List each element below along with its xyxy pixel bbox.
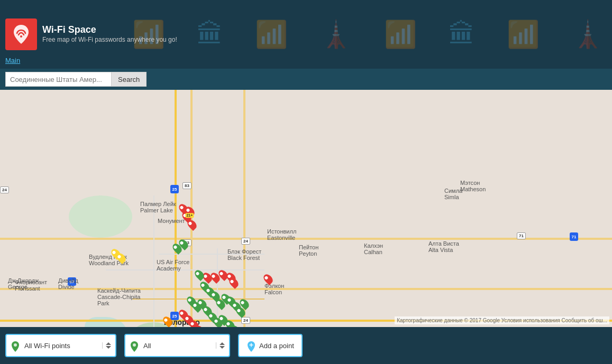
arrow-down-2: [220, 346, 225, 349]
label-alta-vista: Алта ВистаAlta Vista: [428, 240, 459, 253]
svg-point-2: [133, 343, 136, 347]
map-background: 25 25 83 83 24 67 67 24 24 94 71 94 71 7…: [0, 90, 612, 327]
label-matheson: МэтсонMatheson: [460, 180, 486, 192]
road-24-shield-2: 24: [241, 238, 250, 245]
logo-text-block: Wi-Fi Space Free map of Wi-Fi passwords …: [42, 24, 177, 44]
pin-icon-add: [246, 341, 256, 350]
bg-wifi-icon-2: 📶: [255, 21, 288, 48]
label-monument: Монумент: [158, 218, 185, 224]
map-container[interactable]: 25 25 83 83 24 67 67 24 24 94 71 94 71 7…: [0, 90, 612, 327]
park-area-1: [69, 195, 132, 238]
interstate-25-marker-2: 25: [170, 312, 179, 320]
wifi-filter-label: All Wi-Fi points: [24, 342, 98, 350]
label-simla: СимлаSimla: [444, 188, 462, 200]
road-83-shield-2: 83: [182, 182, 191, 189]
highway-67: 67: [68, 277, 76, 286]
bg-tower-icon: 🗼: [571, 21, 604, 48]
label-peyton: ПейтонPeyton: [299, 244, 318, 257]
label-calhan: КалхэнCalhan: [364, 242, 383, 255]
bg-wifi-icon-4: 📶: [507, 21, 540, 48]
map-copyright: Картографические данные © 2017 Google Ус…: [395, 316, 609, 324]
highway-71: 71: [570, 232, 578, 241]
label-palmer-lake: Палмер ЛейкPalmer Lake: [140, 201, 176, 213]
park-area-3: [85, 317, 127, 327]
search-bar: Search: [0, 69, 612, 90]
interstate-25-marker: 25: [170, 185, 179, 193]
minor-road-3: [153, 195, 154, 327]
minor-road-1: [106, 269, 264, 270]
svg-point-1: [14, 343, 17, 347]
wifi-pin-icon: [11, 24, 32, 45]
svg-point-0: [20, 35, 22, 38]
pin-icon-filter1: [11, 341, 20, 350]
app-subtitle: Free map of Wi-Fi passwords anywhere you…: [42, 35, 177, 44]
arrow-down-1: [106, 346, 111, 349]
road-71: 71: [517, 232, 526, 239]
arrow-up-1: [106, 342, 111, 345]
bg-building-icon: 🗼: [319, 21, 352, 48]
road-24-shield-3: 24: [241, 317, 250, 324]
type-filter-dropdown[interactable]: All: [124, 334, 230, 357]
road-v-2: [243, 90, 245, 327]
search-button[interactable]: Search: [111, 72, 147, 87]
app-title: Wi-Fi Space: [42, 24, 177, 35]
pin-red-falcon[interactable]: [262, 273, 275, 285]
pin-icon-filter2: [130, 341, 139, 350]
filter1-arrow: [102, 342, 111, 349]
label-cascade: Каскейд-ЧипитаCascade-ChipitaPark: [97, 287, 141, 306]
add-point-label: Add a point: [259, 342, 294, 350]
interstate-25: [175, 90, 177, 327]
arrow-up-2: [220, 342, 225, 345]
minor-road-2: [159, 254, 264, 255]
bottom-bar: All Wi-Fi points All Add a poin: [0, 327, 612, 364]
minor-road-4: [217, 248, 218, 327]
bg-wifi-icon-3: 📶: [384, 21, 417, 48]
search-input[interactable]: [5, 72, 111, 87]
logo-container: Wi-Fi Space Free map of Wi-Fi passwords …: [5, 18, 177, 50]
wifi-filter-dropdown[interactable]: All Wi-Fi points: [5, 334, 116, 357]
add-point-button[interactable]: Add a point: [238, 334, 303, 357]
filter2-arrow: [216, 342, 225, 349]
road-24-shield: 24: [0, 186, 9, 193]
road-h-2: [0, 288, 612, 290]
main-nav-link[interactable]: Main: [5, 57, 20, 64]
app-header: 📶 🏛 📶 🗼 📶 🏛 📶 🗼 📶 🏛 📶 🏛 📶 Wi-Fi Space: [0, 0, 612, 69]
bg-arch-icon: 🏛: [449, 21, 475, 48]
bg-landmark-icon: 🏛: [197, 21, 223, 48]
type-filter-label: All: [143, 342, 212, 350]
logo-icon: [5, 18, 37, 50]
